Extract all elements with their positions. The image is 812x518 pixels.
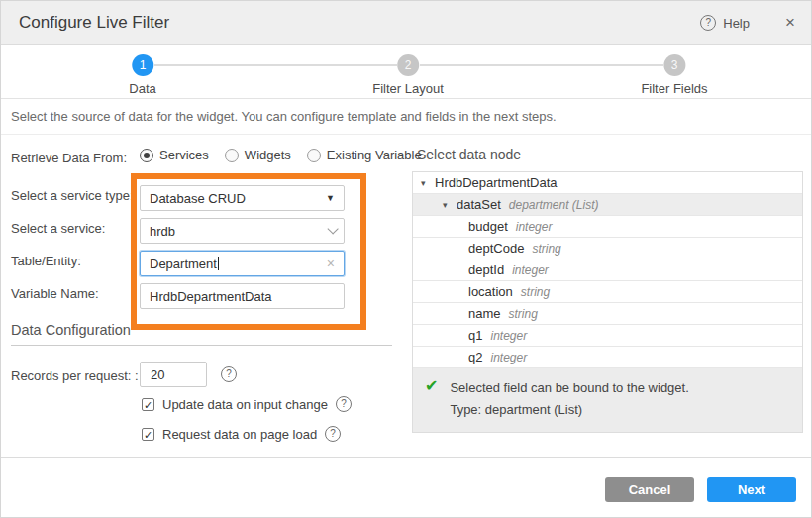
service-select[interactable]: hrdb xyxy=(140,218,345,244)
radio-widgets-control[interactable] xyxy=(225,149,239,162)
update-on-input-change-checkbox[interactable]: ✓ xyxy=(142,398,154,411)
next-button[interactable]: Next xyxy=(707,477,796,502)
step-data[interactable]: 1 Data xyxy=(129,54,155,96)
update-on-input-change-label: Update data on input change xyxy=(162,397,328,412)
service-label: Select a service: xyxy=(11,221,105,236)
request-on-page-load-checkbox[interactable]: ✓ xyxy=(142,428,154,441)
tree-node-type: string xyxy=(532,242,560,256)
tree-node-deptcode[interactable]: deptCode string xyxy=(413,238,802,259)
tree-node-label: q2 xyxy=(468,350,482,364)
wizard-stepper: 1 Data 2 Filter Layout 3 Filter Fields xyxy=(1,45,811,99)
service-type-value: Database CRUD xyxy=(150,191,326,206)
step-label-3: Filter Fields xyxy=(641,81,707,96)
tree-node-type: integer xyxy=(512,263,549,277)
caret-down-icon[interactable]: ▾ xyxy=(443,200,457,210)
tree-node-name[interactable]: name string xyxy=(413,303,802,325)
help-button[interactable]: ? Help xyxy=(700,1,750,45)
help-label: Help xyxy=(723,16,750,31)
records-per-request-label: Records per request: : xyxy=(11,368,139,383)
service-type-select[interactable]: Database CRUD ▼ xyxy=(140,185,345,211)
variable-name-label: Variable Name: xyxy=(11,286,99,301)
tree-node-type: string xyxy=(521,285,550,299)
close-icon[interactable]: × xyxy=(785,1,795,45)
radio-existing-variable[interactable]: Existing Variable xyxy=(307,148,422,162)
tree-node-budget[interactable]: budget integer xyxy=(413,216,802,238)
tree-node-label: budget xyxy=(468,219,508,234)
table-entity-value: Department xyxy=(150,257,217,271)
request-on-page-load-label: Request data on page load xyxy=(162,427,317,442)
radio-existing-variable-control[interactable] xyxy=(307,149,321,162)
dialog-titlebar: Configure Live Filter ? Help × xyxy=(1,1,811,45)
caret-down-icon[interactable]: ▾ xyxy=(421,178,435,188)
update-on-input-change-row: ✓ Update data on input change ? xyxy=(142,396,352,412)
step-filter-layout[interactable]: 2 Filter Layout xyxy=(372,54,444,96)
step-circle-1: 1 xyxy=(132,54,153,76)
tree-node-label: location xyxy=(468,284,513,299)
table-entity-input[interactable]: Department × xyxy=(140,251,345,276)
records-per-request-input[interactable]: 20 xyxy=(140,362,207,387)
records-per-request-value: 20 xyxy=(151,367,164,382)
stepper-connector xyxy=(154,64,397,66)
text-caret xyxy=(218,257,219,270)
tree-node-label: HrdbDepartmentData xyxy=(435,175,558,190)
tree-node-type: integer xyxy=(490,329,527,343)
tree-node-label: deptCode xyxy=(468,241,524,256)
cancel-button[interactable]: Cancel xyxy=(605,477,694,502)
tree-node-type: department (List) xyxy=(509,198,599,212)
step-description: Select the source of data for the widget… xyxy=(1,99,811,135)
step-label-2: Filter Layout xyxy=(372,81,444,96)
step-circle-2: 2 xyxy=(397,54,419,76)
tree-node-q2[interactable]: q2 integer xyxy=(413,347,802,368)
binding-message-line1: Selected field can be bound to the widge… xyxy=(450,377,688,399)
tree-node-label: dataSet xyxy=(457,197,501,212)
records-help-icon[interactable]: ? xyxy=(221,366,237,382)
step-label-1: Data xyxy=(129,81,155,96)
tree-node-deptid[interactable]: deptId integer xyxy=(413,259,802,281)
chevron-down-icon xyxy=(327,223,338,234)
tree-node-type: integer xyxy=(516,220,553,234)
tree-node-type: string xyxy=(509,307,538,321)
tree-node-type: integer xyxy=(490,351,527,364)
radio-widgets[interactable]: Widgets xyxy=(225,148,291,162)
retrieve-source-radio-group: Services Widgets Existing Variable xyxy=(140,148,422,162)
update-on-input-change-help-icon[interactable]: ? xyxy=(336,396,352,412)
radio-existing-variable-label: Existing Variable xyxy=(327,148,422,162)
tree-node-dataset[interactable]: ▾ dataSet department (List) xyxy=(413,194,802,216)
footer-divider xyxy=(1,457,811,458)
tree-node-location[interactable]: location string xyxy=(413,281,802,303)
request-on-page-load-row: ✓ Request data on page load ? xyxy=(142,426,341,442)
binding-message-line2: Type: department (List) xyxy=(450,399,688,421)
radio-services-label: Services xyxy=(159,148,209,162)
tree-node-root[interactable]: ▾ HrdbDepartmentData xyxy=(413,172,802,194)
tree-node-label: name xyxy=(468,306,501,321)
retrieve-data-from-label: Retrieve Data From: xyxy=(11,151,127,165)
step-circle-3: 3 xyxy=(663,54,685,76)
variable-name-input[interactable]: HrdbDepartmentData xyxy=(140,283,345,309)
tree-node-label: q1 xyxy=(468,328,482,343)
step-filter-fields[interactable]: 3 Filter Fields xyxy=(641,54,707,96)
radio-widgets-label: Widgets xyxy=(245,148,291,162)
help-icon: ? xyxy=(700,15,716,31)
select-data-node-title: Select data node xyxy=(417,147,521,162)
radio-services-control[interactable] xyxy=(140,149,153,162)
data-configuration-title: Data Configuration xyxy=(11,322,131,338)
request-on-page-load-help-icon[interactable]: ? xyxy=(325,426,341,442)
service-value: hrdb xyxy=(150,224,327,239)
dialog-title: Configure Live Filter xyxy=(19,1,169,45)
clear-icon[interactable]: × xyxy=(327,256,335,271)
data-node-tree: ▾ HrdbDepartmentData ▾ dataSet departmen… xyxy=(412,171,803,433)
tree-node-label: deptId xyxy=(468,262,504,277)
variable-name-value: HrdbDepartmentData xyxy=(150,289,335,304)
section-divider xyxy=(11,345,392,346)
stepper-connector xyxy=(420,64,663,66)
success-check-icon: ✔ xyxy=(425,377,438,421)
radio-services[interactable]: Services xyxy=(140,148,209,162)
dropdown-arrow-icon: ▼ xyxy=(326,193,335,203)
configure-live-filter-dialog: Configure Live Filter ? Help × 1 Data 2 … xyxy=(0,0,812,518)
service-type-label: Select a service type: xyxy=(11,188,134,203)
binding-status-message: ✔ Selected field can be bound to the wid… xyxy=(413,368,802,432)
tree-node-q1[interactable]: q1 integer xyxy=(413,325,802,347)
table-entity-label: Table/Entity: xyxy=(11,254,81,268)
